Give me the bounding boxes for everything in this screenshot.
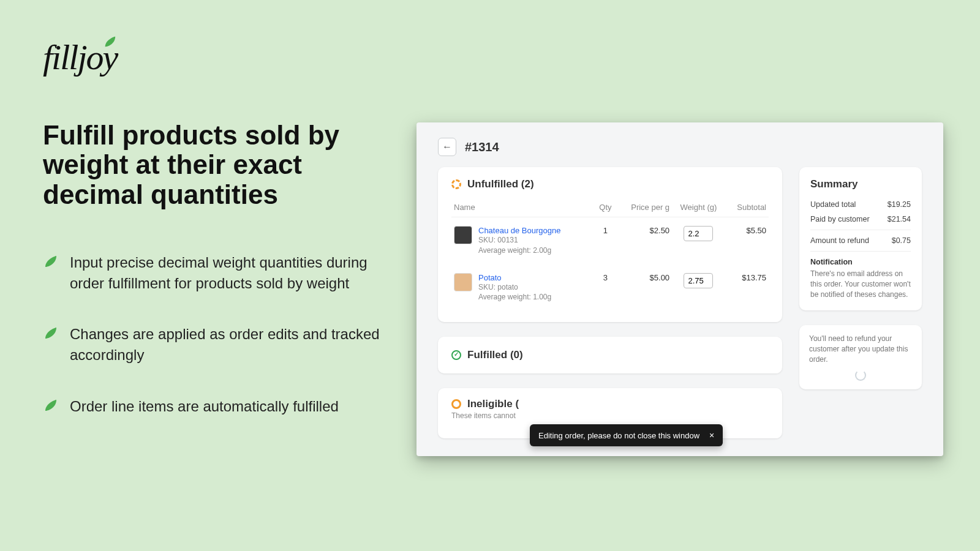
summary-label: Amount to refund — [810, 236, 869, 245]
summary-row: Updated total $19.25 — [810, 200, 911, 209]
summary-value: $19.25 — [888, 200, 911, 209]
ineligible-subtext: These items cannot — [451, 411, 769, 420]
unfulfilled-title: Unfulfilled (2) — [467, 178, 534, 190]
summary-row: Paid by customer $21.54 — [810, 215, 911, 223]
table-row: Chateau de Bourgogne SKU: 00131 Average … — [451, 217, 769, 264]
leaf-icon — [43, 255, 58, 269]
brand-logo: filljoy — [43, 37, 398, 78]
feature-bullet: Input precise decimal weight quantities … — [43, 252, 398, 293]
leaf-icon — [103, 36, 116, 49]
toast: Editing order, please do not close this … — [530, 424, 723, 446]
leaf-icon — [43, 326, 58, 341]
weight-input[interactable] — [684, 273, 713, 288]
cell-subtotal: $5.50 — [725, 217, 769, 264]
product-sku: SKU: 00131 — [478, 235, 560, 246]
unfulfilled-card: Unfulfilled (2) Name Qty Price per g Wei… — [438, 167, 782, 322]
fulfilled-card: Fulfilled (0) — [438, 337, 782, 373]
product-image — [454, 226, 472, 244]
cell-price: $2.50 — [616, 217, 672, 264]
bullet-text: Input precise decimal weight quantities … — [70, 252, 398, 293]
product-avg-weight: Average weight: 2.00g — [478, 246, 560, 256]
col-qty: Qty — [594, 198, 616, 217]
summary-value: $0.75 — [892, 236, 911, 245]
cell-qty: 3 — [594, 264, 616, 312]
ineligible-status-icon — [451, 399, 461, 409]
cell-subtotal: $13.75 — [725, 264, 769, 312]
col-name: Name — [451, 198, 594, 217]
refund-hint-text: You'll need to refund your customer afte… — [809, 334, 908, 364]
bullet-text: Changes are applied as order edits and t… — [70, 324, 398, 365]
summary-row: Amount to refund $0.75 — [810, 236, 911, 245]
page-headline: Fulfill products sold by weight at their… — [43, 121, 398, 209]
cell-qty: 1 — [594, 217, 616, 264]
table-row: Potato SKU: potato Average weight: 1.00g… — [451, 264, 769, 312]
unfulfilled-status-icon — [451, 179, 461, 189]
back-button[interactable]: ← — [438, 138, 456, 156]
notification-text: There's no email address on this order. … — [810, 269, 911, 299]
summary-label: Paid by customer — [810, 215, 870, 223]
toast-text: Editing order, please do not close this … — [538, 431, 699, 440]
product-link[interactable]: Chateau de Bourgogne — [478, 226, 560, 235]
refund-hint-card: You'll need to refund your customer afte… — [799, 325, 922, 389]
product-image — [454, 273, 472, 291]
leaf-icon — [43, 399, 58, 413]
line-items-table: Name Qty Price per g Weight (g) Subtotal — [451, 198, 769, 311]
col-price: Price per g — [616, 198, 672, 217]
summary-label: Updated total — [810, 200, 856, 209]
order-number: #1314 — [465, 140, 499, 154]
col-subtotal: Subtotal — [725, 198, 769, 217]
toast-close-button[interactable]: × — [709, 430, 714, 440]
summary-value: $21.54 — [888, 215, 911, 223]
summary-card: Summary Updated total $19.25 Paid by cus… — [799, 167, 922, 310]
spinner-icon — [855, 370, 866, 381]
feature-bullet: Changes are applied as order edits and t… — [43, 324, 398, 365]
ineligible-title: Ineligible ( — [467, 398, 519, 410]
col-weight: Weight (g) — [672, 198, 725, 217]
summary-title: Summary — [810, 178, 911, 190]
notification-heading: Notification — [810, 258, 911, 266]
product-sku: SKU: potato — [478, 282, 551, 293]
product-link[interactable]: Potato — [478, 273, 502, 282]
bullet-text: Order line items are automatically fulfi… — [70, 396, 339, 417]
fulfilled-status-icon — [451, 350, 461, 360]
app-screenshot: ← #1314 Unfulfilled (2) Name Qty — [417, 122, 943, 456]
product-avg-weight: Average weight: 1.00g — [478, 292, 551, 302]
cell-price: $5.00 — [616, 264, 672, 312]
fulfilled-title: Fulfilled (0) — [467, 349, 523, 361]
weight-input[interactable] — [684, 226, 713, 241]
feature-bullet: Order line items are automatically fulfi… — [43, 396, 398, 417]
